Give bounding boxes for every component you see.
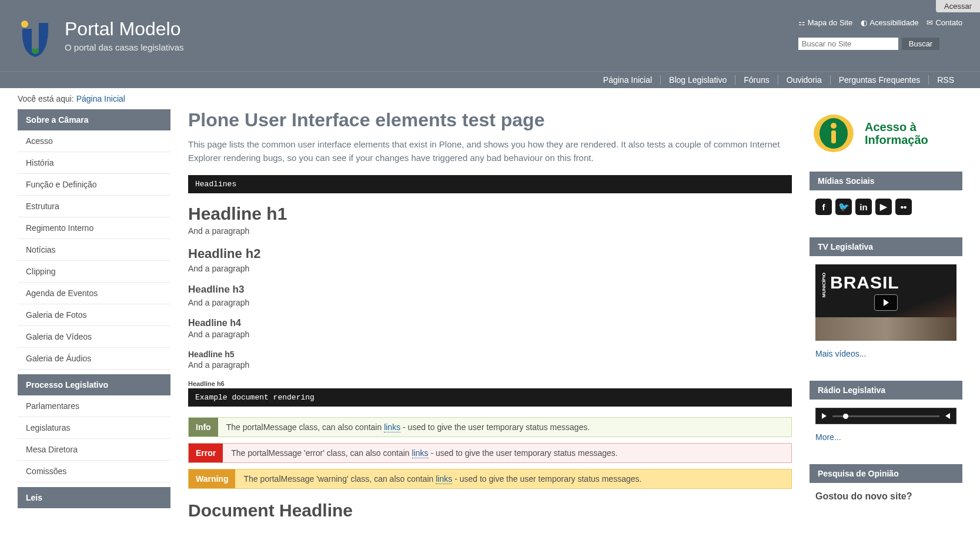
site-logo xyxy=(18,18,53,59)
code-header-example: Example document rendering xyxy=(188,388,792,407)
youtube-icon[interactable]: ▶ xyxy=(875,199,892,215)
nav-perguntas-frequentes[interactable]: Perguntas Frequentes xyxy=(839,75,921,85)
nav-blog-legislativo[interactable]: Blog Legislativo xyxy=(669,75,727,85)
tv-big-label: BRASIL xyxy=(830,273,899,293)
nav-item[interactable]: Função e Definição xyxy=(18,174,170,196)
msg-error-tag: Error xyxy=(189,444,223,462)
audio-track[interactable] xyxy=(832,415,939,417)
page-title: Plone User Interface elements test page xyxy=(188,109,792,131)
nav-section-header[interactable]: Sobre a Câmara xyxy=(18,109,170,130)
audio-volume-icon[interactable] xyxy=(945,411,950,421)
nav-item[interactable]: Estrutura xyxy=(18,196,170,217)
global-nav: Página Inicial Blog Legislativo Fóruns O… xyxy=(18,75,962,85)
breadcrumb-home[interactable]: Página Inicial xyxy=(76,94,125,103)
search-button[interactable]: Buscar xyxy=(902,38,939,50)
nav-item[interactable]: Comissões xyxy=(18,461,170,482)
nav-foruns[interactable]: Fóruns xyxy=(744,75,770,85)
site-action-acessibilidade[interactable]: ◐Acessibilidade xyxy=(861,18,918,27)
nav-item[interactable]: Clipping xyxy=(18,261,170,283)
svg-point-3 xyxy=(831,123,837,129)
nav-pagina-inicial[interactable]: Página Inicial xyxy=(603,75,652,85)
play-button-icon[interactable] xyxy=(874,294,898,311)
nav-item[interactable]: Galeria de Fotos xyxy=(18,304,170,326)
nav-item[interactable]: Regimento Interno xyxy=(18,217,170,239)
svg-point-0 xyxy=(21,21,28,28)
nav-section-header[interactable]: Processo Legislativo xyxy=(18,374,170,395)
nav-item[interactable]: Legislaturas xyxy=(18,417,170,439)
msg-warning-tag: Warning xyxy=(189,469,235,488)
portlet-midias-header: Mídias Sociais xyxy=(810,172,962,190)
headline-h4: Headline h4 xyxy=(188,318,792,328)
audio-player[interactable] xyxy=(815,408,956,424)
msg-info-link[interactable]: links xyxy=(384,422,400,432)
acesso-line2: Informação xyxy=(865,133,928,146)
nav-item[interactable]: Acesso xyxy=(18,130,170,152)
portal-message-info: Info The portalMessage class, can also c… xyxy=(188,417,792,437)
tv-more-link[interactable]: Mais vídeos... xyxy=(815,349,956,358)
site-title: Portal Modelo xyxy=(65,18,184,40)
acesso-info-icon xyxy=(813,113,854,154)
portal-message-error: Error The portalMessage 'error' class, c… xyxy=(188,443,792,463)
nav-item[interactable]: Mesa Diretora xyxy=(18,439,170,461)
portlet-radio-header: Rádio Legislativa xyxy=(810,381,962,400)
msg-error-link[interactable]: links xyxy=(412,448,429,458)
envelope-icon: ✉ xyxy=(927,18,933,27)
headline-h5: Headline h5 xyxy=(188,350,792,359)
headline-h2-para: And a paragraph xyxy=(188,264,792,273)
search-input[interactable] xyxy=(798,38,898,50)
nav-item[interactable]: Agenda de Eventos xyxy=(18,283,170,304)
poll-question: Gostou do novo site? xyxy=(815,491,956,502)
tv-video-thumbnail[interactable]: MUNICÍPIO BRASIL xyxy=(815,264,956,341)
nav-item[interactable]: Parlamentares xyxy=(18,395,170,417)
site-action-contato[interactable]: ✉Contato xyxy=(927,18,962,27)
nav-item[interactable]: Galeria de Vídeos xyxy=(18,326,170,348)
headline-h2: Headline h2 xyxy=(188,246,792,261)
breadcrumb: Você está aqui: Página Inicial xyxy=(0,88,980,109)
site-action-mapa[interactable]: ⚏Mapa do Site xyxy=(798,18,853,27)
audio-play-icon[interactable] xyxy=(822,411,827,421)
headline-h1: Headline h1 xyxy=(188,204,792,224)
portlet-poll-header: Pesquisa de Opinião xyxy=(810,464,962,483)
nav-rss[interactable]: RSS xyxy=(937,75,954,85)
document-headline: Document Headline xyxy=(188,501,792,521)
nav-item[interactable]: História xyxy=(18,152,170,174)
msg-warning-link[interactable]: links xyxy=(436,474,452,484)
site-subtitle: O portal das casas legislativas xyxy=(65,42,184,52)
tv-small-label: MUNICÍPIO xyxy=(821,273,827,297)
page-description: This page lists the common user interfac… xyxy=(188,138,792,165)
msg-info-tag: Info xyxy=(189,418,218,437)
portal-message-warning: Warning The portalMessage 'warning' clas… xyxy=(188,469,792,489)
acesso-informacao[interactable]: Acesso à Informação xyxy=(810,109,962,157)
flickr-icon[interactable]: •• xyxy=(895,199,912,215)
twitter-icon[interactable]: 🐦 xyxy=(835,199,852,215)
headline-h6: Headline h6 xyxy=(188,380,792,387)
svg-rect-4 xyxy=(831,130,836,143)
headline-h3-para: And a paragraph xyxy=(188,298,792,307)
code-header-headlines: Headlines xyxy=(188,175,792,193)
acesso-line1: Acesso à xyxy=(865,120,928,133)
headline-h1-para: And a paragraph xyxy=(188,226,792,236)
sitemap-icon: ⚏ xyxy=(798,18,805,27)
headline-h3: Headline h3 xyxy=(188,284,792,296)
linkedin-icon[interactable]: in xyxy=(855,199,872,215)
accessibility-icon: ◐ xyxy=(861,18,867,27)
facebook-icon[interactable]: f xyxy=(815,199,832,215)
nav-item[interactable]: Galeria de Áudios xyxy=(18,348,170,370)
nav-item[interactable]: Notícias xyxy=(18,239,170,261)
portlet-tv-header: TV Legislativa xyxy=(810,237,962,256)
headline-h5-para: And a paragraph xyxy=(188,360,792,370)
nav-section-header[interactable]: Leis xyxy=(18,487,170,508)
radio-more-link[interactable]: More... xyxy=(815,432,956,442)
headline-h4-para: And a paragraph xyxy=(188,330,792,339)
acessar-link[interactable]: Acessar xyxy=(936,0,980,12)
nav-ouvidoria[interactable]: Ouvidoria xyxy=(787,75,822,85)
